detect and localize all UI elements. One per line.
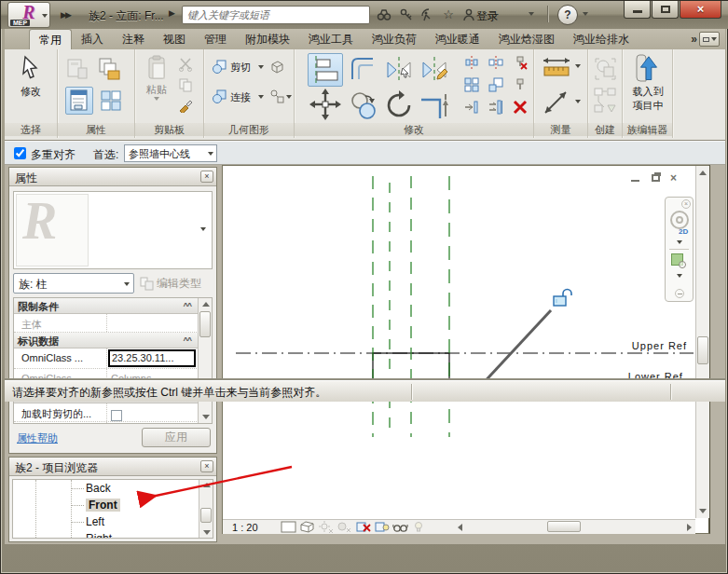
subscription-key-icon[interactable] (397, 6, 416, 24)
favorites-star-icon[interactable]: ☆ (439, 6, 458, 24)
modify-tool-button[interactable]: 修改 (12, 55, 49, 99)
move-tool-icon[interactable] (309, 89, 341, 120)
search-binoculars-icon[interactable] (375, 6, 393, 24)
search-input[interactable] (187, 7, 364, 23)
ribbon-minimize-button[interactable] (699, 32, 720, 47)
mirror-pick-axis-icon[interactable] (384, 55, 414, 85)
tree-item-right[interactable]: Right (13, 530, 213, 539)
zoom-dropdown-caret-icon[interactable] (677, 274, 682, 278)
paste-button[interactable]: 粘贴 (141, 55, 172, 101)
minimize-button[interactable] (624, 1, 651, 19)
property-row-host[interactable]: 主体 (14, 314, 212, 333)
tab-annotate[interactable]: 注释 (113, 29, 154, 49)
scrollbar-thumb[interactable] (200, 508, 212, 523)
maximize-button[interactable] (652, 1, 679, 19)
join-geometry-label[interactable]: 连接 (230, 90, 251, 104)
match-type-brush-icon[interactable] (178, 98, 195, 115)
join-geometry-icon[interactable] (212, 89, 228, 105)
split-with-gap-icon[interactable] (488, 55, 505, 72)
scroll-right-icon[interactable] (687, 524, 692, 531)
tree-item-front-selected[interactable]: Front (13, 497, 213, 513)
visual-style-icon[interactable] (299, 521, 315, 533)
properties-scrollbar[interactable] (198, 298, 212, 423)
show-crop-region-icon[interactable] (374, 521, 390, 533)
reveal-hidden-elements-icon[interactable] (411, 521, 427, 533)
title-expand-icon[interactable]: ▶ (169, 8, 175, 18)
pick-dropdown-caret-icon[interactable] (286, 95, 292, 99)
tab-hongye-loads[interactable]: 鸿业负荷 (363, 29, 426, 49)
family-category-icon[interactable] (97, 57, 121, 81)
vertical-scrollbar[interactable] (695, 166, 709, 518)
measure-dropdown-caret-icon[interactable] (575, 64, 581, 68)
multi-align-checkbox[interactable] (14, 147, 26, 159)
pick-solid-icon[interactable] (269, 89, 286, 105)
project-browser-scrollbar[interactable] (199, 480, 213, 538)
signin-button[interactable]: 登录 (476, 8, 499, 24)
view-close-button[interactable]: × (670, 173, 683, 184)
unlock-constraint-padlock-icon[interactable] (554, 290, 571, 307)
mirror-draw-axis-icon[interactable] (419, 55, 449, 85)
upper-ref-label[interactable]: Upper Ref (632, 340, 687, 351)
create-similar-icon[interactable] (593, 87, 618, 115)
join-dropdown-caret-icon[interactable] (258, 95, 264, 99)
copy-tool-icon[interactable] (349, 90, 378, 120)
tab-overflow-icon[interactable]: » (691, 33, 697, 46)
create-group-icon[interactable] (593, 55, 618, 83)
tab-hongye-tools[interactable]: 鸿业工具 (299, 29, 363, 49)
wheel-dropdown-caret-icon[interactable] (677, 240, 682, 244)
scrollbar-thumb[interactable] (697, 336, 708, 364)
align-tool-button[interactable] (308, 53, 343, 87)
scroll-down-icon[interactable] (203, 530, 211, 535)
tree-item-back[interactable]: Back (13, 480, 213, 497)
properties-help-link[interactable]: 属性帮助 (17, 431, 58, 445)
tab-insert[interactable]: 插入 (72, 29, 113, 49)
dimension-dropdown-caret-icon[interactable] (575, 100, 581, 103)
help-button[interactable]: ? (557, 5, 578, 25)
properties-close-button[interactable]: × (200, 171, 213, 183)
scale-icon[interactable] (488, 77, 505, 94)
navbar-close-icon[interactable]: × (681, 199, 691, 209)
tab-hongye-hvac[interactable]: 鸿业暖通 (426, 29, 489, 49)
unpin-icon[interactable] (513, 55, 529, 72)
offset-tool-icon[interactable] (349, 55, 378, 85)
tab-hongye-psychrometric[interactable]: 鸿业焓湿图 (489, 29, 564, 49)
drawing-canvas[interactable]: Upper Ref Lower Ref. × × 2D (223, 166, 695, 518)
rotate-tool-icon[interactable] (384, 90, 414, 120)
scroll-up-icon[interactable] (203, 483, 211, 487)
scroll-left-icon[interactable] (458, 524, 462, 531)
prefer-combobox[interactable]: 参照墙中心线 (124, 144, 217, 162)
close-button[interactable]: × (680, 1, 721, 19)
property-row-join-geometry[interactable]: 将几何图形自 (14, 422, 212, 424)
cut-dropdown-caret-icon[interactable] (258, 65, 264, 69)
help-dropdown-caret-icon[interactable] (583, 12, 588, 16)
split-element-icon[interactable] (464, 55, 481, 72)
scroll-down-icon[interactable] (699, 509, 707, 513)
properties-title-bar[interactable]: 属性 × (9, 168, 216, 186)
family-types-grid-icon[interactable] (99, 89, 123, 113)
tab-view[interactable]: 视图 (154, 29, 195, 49)
copy-icon[interactable] (178, 77, 195, 94)
view-minimize-button[interactable] (629, 173, 642, 184)
tab-home[interactable]: 常用 (29, 29, 72, 49)
project-browser-title-bar[interactable]: 族2 - 项目浏览器 × (9, 458, 216, 476)
scroll-up-icon[interactable] (202, 302, 210, 307)
properties-palette-toggle-button[interactable] (65, 87, 93, 115)
family-types-icon[interactable] (65, 57, 89, 81)
scrollbar-thumb[interactable] (199, 311, 211, 337)
cut-when-loaded-checkbox[interactable] (111, 410, 122, 421)
steering-wheel-icon[interactable] (670, 211, 689, 229)
horizontal-scrollbar[interactable] (454, 519, 695, 534)
tab-manage[interactable]: 管理 (195, 29, 236, 49)
application-menu-button[interactable]: R MEP (7, 2, 50, 28)
trim-extend-corner-icon[interactable] (419, 90, 449, 120)
type-selector-combobox[interactable]: 族: 柱 (13, 273, 134, 294)
apply-button[interactable]: 应用 (142, 428, 211, 447)
solid-box-icon[interactable] (269, 59, 286, 75)
signin-dropdown-caret-icon[interactable] (529, 12, 534, 16)
trim-single-icon[interactable] (464, 100, 481, 116)
omniclass-number-input[interactable]: 23.25.30.11... (108, 349, 196, 367)
sketched-diagonal-line[interactable] (478, 310, 551, 389)
scrollbar-thumb[interactable] (547, 521, 581, 532)
zoom-region-icon[interactable] (671, 253, 683, 266)
tab-addins[interactable]: 附加模块 (236, 29, 299, 49)
